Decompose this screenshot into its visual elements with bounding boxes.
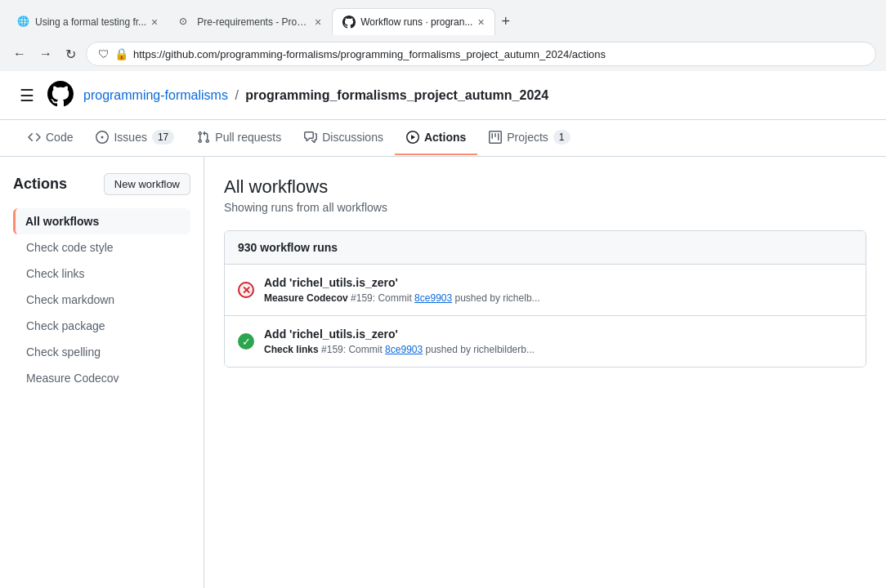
tab-2[interactable]: ⊙ Pre-requirements - Prog... × — [168, 8, 332, 35]
browser-chrome: 🌐 Using a formal testing fr... × ⊙ Pre-r… — [0, 0, 886, 71]
projects-badge: 1 — [553, 130, 571, 145]
tab-pull-requests[interactable]: Pull requests — [186, 121, 293, 155]
sidebar-item-check-code-style[interactable]: Check code style — [13, 234, 190, 261]
check-package-label: Check package — [26, 319, 105, 332]
pr-icon — [197, 131, 210, 144]
tab-1[interactable]: 🌐 Using a formal testing fr... × — [7, 8, 168, 35]
run-1-commit-hash[interactable]: 8ce9903 — [414, 292, 452, 304]
run-1-commit-label: Commit — [378, 292, 411, 304]
main-layout: Actions New workflow All workflows Check… — [0, 157, 886, 588]
run-1-status-icon: ✕ — [238, 282, 254, 298]
check-links-label: Check links — [26, 267, 85, 280]
run-1-pushed-by: pushed by richelb... — [455, 292, 540, 304]
repo-owner[interactable]: programming-formalisms — [83, 88, 228, 102]
github-header: ☰ programming-formalisms / programming_f… — [0, 71, 886, 120]
issues-badge: 17 — [152, 130, 174, 145]
discussions-icon — [304, 131, 317, 144]
tab-2-favicon: ⊙ — [179, 16, 192, 29]
lock-icon: 🔒 — [114, 47, 128, 60]
page-subtitle: Showing runs from all workflows — [224, 201, 866, 214]
sidebar-title: Actions — [13, 176, 67, 193]
sidebar-item-check-package[interactable]: Check package — [13, 313, 190, 339]
url-text: https://github.com/programming-formalism… — [133, 48, 864, 60]
tab-discussions-label: Discussions — [322, 131, 383, 144]
runs-header: 930 workflow runs — [225, 231, 866, 265]
run-2-title[interactable]: Add 'richel_utils.is_zero' — [264, 327, 852, 341]
sidebar-header: Actions New workflow — [13, 173, 190, 195]
sidebar-item-check-links[interactable]: Check links — [13, 261, 190, 287]
tab-actions-label: Actions — [424, 131, 466, 144]
sidebar-item-check-spelling[interactable]: Check spelling — [13, 339, 190, 365]
run-2-commit-label: Commit — [348, 344, 382, 355]
reload-button[interactable]: ↻ — [62, 43, 79, 65]
tab-code[interactable]: Code — [16, 121, 84, 155]
run-2-info: Add 'richel_utils.is_zero' Check links #… — [264, 327, 852, 355]
new-tab-button[interactable]: + — [495, 7, 517, 37]
run-1-title[interactable]: Add 'richel_utils.is_zero' — [264, 276, 852, 289]
tab-projects[interactable]: Projects 1 — [477, 120, 581, 156]
check-code-style-label: Check code style — [26, 241, 114, 254]
back-button[interactable]: ← — [10, 43, 29, 65]
new-workflow-button[interactable]: New workflow — [104, 173, 190, 195]
tab-issues-label: Issues — [114, 131, 146, 144]
tab-actions[interactable]: Actions — [395, 121, 477, 155]
tab-3-favicon — [342, 16, 356, 29]
run-item-1[interactable]: ✕ Add 'richel_utils.is_zero' Measure Cod… — [225, 265, 866, 316]
tab-pr-label: Pull requests — [215, 131, 281, 144]
runs-count: 930 workflow runs — [238, 241, 338, 254]
workflow-runs-container: 930 workflow runs ✕ Add 'richel_utils.is… — [224, 230, 866, 368]
run-1-info: Add 'richel_utils.is_zero' Measure Codec… — [264, 276, 852, 304]
tab-2-close[interactable]: × — [315, 16, 321, 29]
issues-icon — [96, 131, 109, 144]
run-2-commit-hash[interactable]: 8ce9903 — [385, 344, 423, 355]
tab-1-title: Using a formal testing fr... — [35, 16, 146, 28]
run-2-status-icon: ✓ — [238, 333, 254, 350]
breadcrumb-separator: / — [235, 88, 238, 102]
tab-2-title: Pre-requirements - Prog... — [197, 16, 310, 28]
sidebar-item-all-workflows[interactable]: All workflows — [13, 208, 190, 234]
code-icon — [28, 131, 41, 144]
actions-icon — [406, 131, 419, 144]
check-spelling-label: Check spelling — [26, 345, 101, 359]
tab-projects-label: Projects — [507, 131, 548, 144]
tab-3[interactable]: Workflow runs · progran... × — [332, 8, 494, 35]
hamburger-button[interactable]: ☰ — [16, 82, 38, 109]
run-2-workflow: Check links — [264, 344, 319, 355]
sidebar-item-check-markdown[interactable]: Check markdown — [13, 287, 190, 313]
tab-discussions[interactable]: Discussions — [293, 121, 395, 155]
projects-icon — [489, 131, 502, 144]
github-logo — [47, 81, 74, 109]
measure-codecov-label: Measure Codecov — [26, 372, 119, 385]
forward-button[interactable]: → — [36, 43, 56, 65]
github-nav: Code Issues 17 Pull requests Discussions… — [0, 120, 886, 157]
run-1-meta: Measure Codecov #159: Commit 8ce9903 pus… — [264, 292, 852, 304]
sidebar: Actions New workflow All workflows Check… — [0, 157, 204, 588]
run-1-number: #159: — [351, 292, 378, 304]
repo-name[interactable]: programming_formalisms_project_autumn_20… — [245, 88, 548, 102]
address-bar: ← → ↻ 🛡 🔒 https://github.com/programming… — [0, 37, 886, 71]
tab-3-title: Workflow runs · progran... — [360, 16, 472, 28]
url-bar[interactable]: 🛡 🔒 https://github.com/programming-forma… — [86, 42, 876, 66]
tab-bar: 🌐 Using a formal testing fr... × ⊙ Pre-r… — [0, 0, 886, 37]
sidebar-item-measure-codecov[interactable]: Measure Codecov — [13, 365, 190, 391]
check-markdown-label: Check markdown — [26, 293, 114, 306]
tab-issues[interactable]: Issues 17 — [84, 120, 186, 156]
shield-icon: 🛡 — [98, 47, 110, 60]
tab-code-label: Code — [46, 131, 73, 144]
run-2-meta: Check links #159: Commit 8ce9903 pushed … — [264, 344, 852, 355]
run-item-2[interactable]: ✓ Add 'richel_utils.is_zero' Check links… — [225, 316, 866, 367]
run-2-pushed-by: pushed by richelbilderb... — [426, 344, 535, 355]
content-area: All workflows Showing runs from all work… — [204, 157, 886, 588]
all-workflows-label: All workflows — [25, 215, 99, 228]
breadcrumb: programming-formalisms / programming_for… — [83, 88, 548, 103]
page-title: All workflows — [224, 176, 866, 198]
tab-3-close[interactable]: × — [477, 16, 484, 29]
run-2-number: #159: — [321, 344, 348, 355]
tab-1-close[interactable]: × — [151, 16, 158, 29]
run-1-workflow: Measure Codecov — [264, 292, 348, 304]
tab-1-favicon: 🌐 — [17, 16, 30, 29]
